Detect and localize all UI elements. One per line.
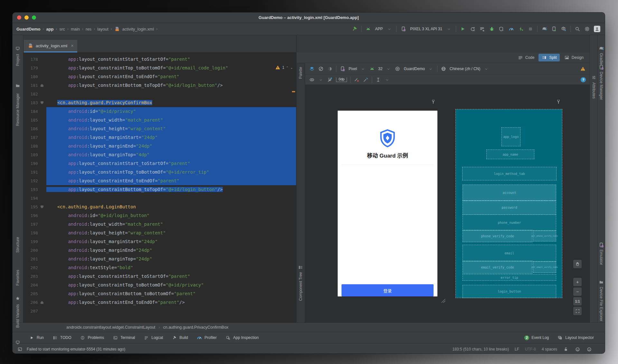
blueprint-box-login_button[interactable]: login_button — [463, 285, 556, 298]
tab-profiler[interactable]: Profiler — [196, 335, 217, 341]
breadcrumb-item[interactable]: GuardDemo — [16, 27, 40, 32]
mode-split[interactable]: Split — [538, 54, 559, 61]
encoding-indicator[interactable]: UTF-8 — [525, 347, 536, 351]
code-line-188[interactable]: 188 android:layout_marginEnd="24dp" — [23, 142, 296, 150]
blueprint-box-account[interactable]: account — [463, 185, 556, 201]
tab-logcat[interactable]: Logcat — [144, 335, 163, 341]
code-line-206[interactable]: 206 app:layout_constraintEnd_toEndOf="pa… — [23, 298, 296, 307]
globe-icon[interactable] — [441, 66, 446, 72]
blueprint-box-email_verify_code[interactable]: email_verify_code — [463, 261, 532, 274]
fold-marker[interactable] — [41, 84, 43, 87]
tab-emulator[interactable]: Emulator — [598, 250, 605, 265]
theme-selector[interactable]: GuardDemo — [404, 67, 425, 71]
code-line-200[interactable]: 200 android:layout_marginEnd="24dp" — [23, 246, 296, 255]
wand-icon[interactable] — [363, 77, 369, 83]
curvex-icon[interactable] — [354, 77, 360, 83]
code-line-190[interactable]: 190 app:layout_constraintStart_toStartOf… — [23, 159, 296, 168]
breadcrumb-item[interactable]: res — [86, 27, 91, 32]
star-icon[interactable] — [15, 296, 20, 302]
code-line-205[interactable]: 205 app:layout_constraintBottom_toBottom… — [23, 289, 296, 298]
code-line-189[interactable]: 189 android:layout_marginTop="4dp" — [23, 150, 296, 159]
code-line-197[interactable]: 197 android:layout_width="match_parent" — [23, 220, 296, 229]
breadcrumb-item[interactable]: layout — [97, 27, 108, 32]
code-line-198[interactable]: 198 android:layout_height="wrap_content" — [23, 229, 296, 237]
chev-icon[interactable] — [386, 66, 391, 72]
tab-project[interactable]: Project — [13, 54, 23, 66]
tab-build-variants[interactable]: Build Variants — [13, 304, 23, 328]
folder-icon[interactable] — [15, 83, 20, 89]
fold-marker[interactable] — [41, 101, 43, 104]
elephant-icon[interactable] — [541, 26, 547, 32]
code-line-203[interactable]: 203 app:layout_constraintStart_toStartOf… — [23, 272, 296, 281]
chev-icon[interactable] — [483, 66, 489, 72]
tab-structure[interactable]: Structure — [13, 237, 23, 253]
code-line-183[interactable]: 183 <cn.authing.guard.PrivacyConfirmBox — [23, 98, 296, 107]
zoom-in-button[interactable]: + — [573, 278, 582, 286]
devicephone-icon[interactable] — [340, 66, 345, 72]
blueprint-config-wrench-icon[interactable] — [556, 99, 561, 105]
chev-icon[interactable] — [446, 26, 452, 32]
tab-problems[interactable]: Problems — [80, 335, 104, 341]
monitor-icon[interactable] — [15, 46, 20, 52]
blueprint-box-error_tip[interactable]: error_tip — [463, 274, 556, 281]
code-line-192[interactable]: 192 app:layout_constraintEnd_toEndOf="pa… — [23, 177, 296, 185]
tab-attributes[interactable]: Attributes — [590, 82, 597, 99]
bug-icon[interactable] — [489, 26, 495, 32]
magnet-icon[interactable] — [327, 77, 333, 83]
locale-selector[interactable]: Chinese (zh / CN) — [450, 67, 480, 71]
frown-face-icon[interactable] — [586, 346, 592, 352]
play-icon[interactable] — [460, 26, 466, 32]
code-line-199[interactable]: 199 android:layout_marginStart="24dp" — [23, 237, 296, 246]
default-margin-control[interactable]: 0dp — [336, 77, 347, 82]
mode-code[interactable]: Code — [515, 54, 538, 61]
donut-icon[interactable] — [395, 66, 400, 72]
blueprint-box-phone_verify_code[interactable]: phone_verify_code — [463, 230, 532, 242]
shieldplay-icon[interactable] — [499, 26, 504, 32]
tab-run[interactable]: Run — [29, 335, 44, 341]
blueprint-box-get_phone_verify_code[interactable]: get_phone_verify_code — [533, 231, 556, 241]
code-line-194[interactable]: 194 — [23, 194, 296, 203]
breadcrumb-item[interactable]: main — [71, 27, 80, 32]
code-line-181[interactable]: 181 app:layout_constraintBottom_toTopOf=… — [23, 81, 296, 90]
theme-icon[interactable] — [327, 66, 333, 72]
xml-breadcrumb-item[interactable]: androidx.constraintlayout.widget.Constra… — [66, 325, 155, 330]
blueprint-box-phone_number[interactable]: phone_number — [463, 214, 556, 231]
lightning-icon[interactable] — [518, 26, 524, 32]
code-line-184[interactable]: 184 android:id="@+id/privacy" — [23, 107, 296, 116]
help-icon[interactable]: ? — [581, 77, 586, 82]
android-icon[interactable] — [365, 26, 371, 32]
blueprint-box-password[interactable]: password — [463, 200, 556, 215]
devicephone-icon[interactable] — [400, 26, 406, 32]
code-line-204[interactable]: 204 app:layout_constraintTop_toBottomOf=… — [23, 281, 296, 289]
gauge-icon[interactable] — [508, 26, 514, 32]
preview-login-button[interactable]: 登录 — [342, 284, 434, 296]
indent-indicator[interactable]: 4 spaces — [542, 347, 557, 351]
tab-gradle[interactable]: Gradle — [598, 53, 605, 65]
tab-component-tree[interactable]: Component Tree — [296, 272, 305, 301]
code-line-187[interactable]: 187 android:layout_marginStart="24dp" — [23, 133, 296, 142]
blueprint-box-get_email_verify_code[interactable]: get_email_verify_code — [533, 261, 556, 273]
next-issue-icon[interactable]: ⌄ — [290, 66, 293, 69]
api-selector[interactable]: 32 — [378, 67, 382, 71]
design-preview-phone[interactable]: 移动 Guard 示例 登录 — [338, 111, 437, 296]
zoom-actual-button[interactable]: 1:1 — [573, 297, 582, 305]
monitor-icon[interactable] — [15, 340, 20, 346]
tab-terminal[interactable]: Terminal — [112, 335, 135, 341]
design-config-wrench-icon[interactable] — [431, 99, 436, 105]
rerun-icon[interactable]: A — [470, 26, 475, 32]
tab-resource-manager[interactable]: Resource Manager — [13, 93, 23, 126]
tab-todo[interactable]: TODO — [52, 335, 71, 341]
ibeam-icon[interactable] — [375, 77, 381, 83]
tab-palette[interactable]: Palette — [296, 67, 305, 79]
breadcrumb-file[interactable]: activity_login.xml — [122, 27, 154, 32]
chev-icon[interactable] — [384, 77, 390, 83]
gear-icon[interactable] — [584, 26, 590, 32]
smile-face-icon[interactable] — [575, 346, 580, 352]
tab-device-manager[interactable]: Device Manager — [598, 72, 605, 100]
tool-window-toggle-icon[interactable] — [17, 346, 23, 352]
code-line-182[interactable]: 182 — [23, 90, 296, 98]
layers-icon[interactable] — [309, 66, 315, 72]
chev-icon[interactable] — [318, 77, 324, 83]
blueprint-box-email[interactable]: email — [463, 245, 556, 261]
code-line-178[interactable]: 178 app:layout_constraintStart_toStartOf… — [23, 55, 296, 64]
